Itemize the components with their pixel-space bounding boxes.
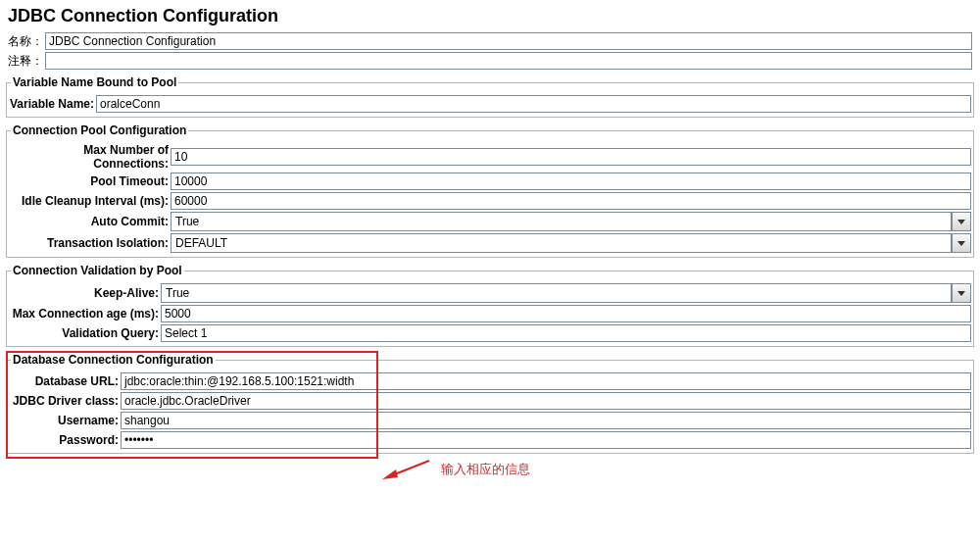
variable-name-input[interactable] — [96, 95, 971, 113]
password-label: Password: — [9, 433, 121, 447]
auto-commit-dropdown[interactable]: True — [171, 212, 952, 231]
keep-alive-dropdown[interactable]: True — [161, 283, 952, 303]
name-input[interactable] — [45, 32, 972, 50]
username-input[interactable] — [121, 412, 971, 429]
comment-input[interactable] — [45, 52, 972, 70]
db-legend: Database Connection Configuration — [11, 353, 216, 367]
comment-label: 注释： — [8, 53, 45, 70]
pool-timeout-label: Pool Timeout: — [9, 174, 171, 188]
auto-commit-label: Auto Commit: — [9, 215, 171, 228]
svg-marker-2 — [957, 291, 965, 296]
variable-legend: Variable Name Bound to Pool — [11, 75, 178, 89]
variable-name-label: Variable Name: — [9, 97, 96, 111]
max-age-label: Max Connection age (ms): — [9, 307, 161, 321]
idle-label: Idle Cleanup Interval (ms): — [9, 194, 171, 208]
username-label: Username: — [9, 414, 121, 427]
keep-alive-dropdown-button[interactable] — [952, 283, 971, 303]
pool-legend: Connection Pool Configuration — [11, 123, 188, 137]
max-conn-input[interactable] — [171, 148, 971, 166]
db-url-input[interactable] — [121, 372, 971, 390]
auto-commit-dropdown-button[interactable] — [952, 212, 971, 231]
driver-label: JDBC Driver class: — [9, 394, 121, 408]
val-query-input[interactable] — [161, 324, 971, 342]
pool-fieldset: Connection Pool Configuration Max Number… — [6, 123, 974, 258]
password-input[interactable] — [121, 431, 971, 449]
max-age-input[interactable] — [161, 305, 971, 322]
idle-input[interactable] — [171, 192, 971, 210]
chevron-down-icon — [957, 241, 965, 246]
keep-alive-label: Keep-Alive: — [9, 286, 161, 300]
svg-marker-0 — [957, 220, 965, 224]
validation-fieldset: Connection Validation by Pool Keep-Alive… — [6, 264, 974, 347]
max-conn-label: Max Number of Connections: — [9, 143, 171, 171]
validation-legend: Connection Validation by Pool — [11, 264, 184, 277]
val-query-label: Validation Query: — [9, 326, 161, 340]
pool-timeout-input[interactable] — [171, 173, 971, 190]
tx-iso-dropdown-button[interactable] — [952, 233, 971, 253]
variable-fieldset: Variable Name Bound to Pool Variable Nam… — [6, 75, 974, 118]
tx-iso-label: Transaction Isolation: — [9, 236, 171, 250]
name-label: 名称： — [8, 33, 45, 50]
db-fieldset: Database Connection Configuration Databa… — [6, 353, 974, 454]
page-title: JDBC Connection Configuration — [0, 0, 980, 30]
tx-iso-dropdown[interactable]: DEFAULT — [171, 233, 952, 253]
db-url-label: Database URL: — [9, 374, 121, 388]
chevron-down-icon — [957, 291, 965, 296]
chevron-down-icon — [957, 220, 965, 224]
driver-input[interactable] — [121, 392, 971, 410]
svg-marker-1 — [957, 241, 965, 246]
